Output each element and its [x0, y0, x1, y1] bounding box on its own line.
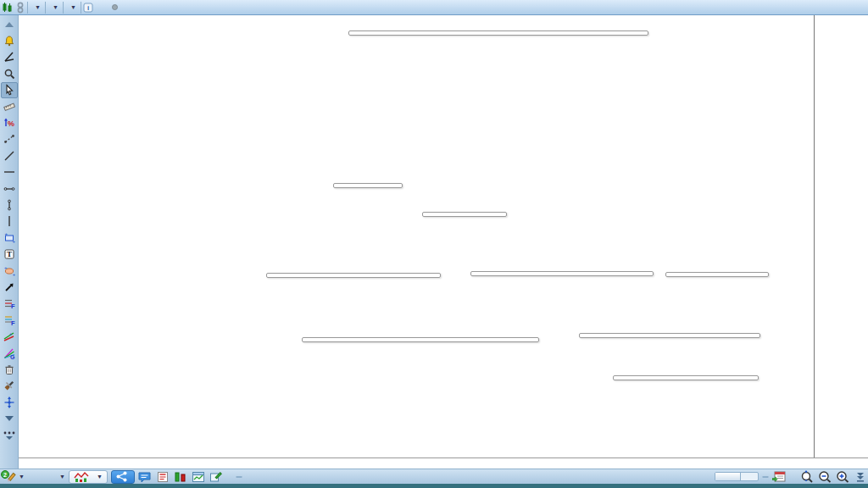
chevron-down-icon[interactable]: ▼: [19, 474, 25, 480]
share-button[interactable]: [111, 470, 135, 484]
momento-note[interactable]: [302, 337, 539, 342]
svg-text:+: +: [12, 239, 15, 244]
market-status-icon: [112, 4, 118, 10]
scroll-right-button[interactable]: [762, 476, 769, 478]
rectangle-tool-icon[interactable]: ++: [1, 230, 18, 246]
zona-onda3-note[interactable]: [470, 271, 654, 276]
onda1-note[interactable]: [333, 183, 403, 188]
price-chart-canvas[interactable]: [19, 15, 814, 458]
svg-text:F: F: [10, 302, 14, 309]
timeframe-selector[interactable]: ▼: [46, 1, 63, 14]
info-icon[interactable]: i: [81, 1, 95, 14]
chevron-down-icon[interactable]: ▼: [59, 474, 65, 480]
bottom-toolbar: 2 ▼ ▼ ▼: [0, 469, 868, 484]
zoom-out-icon[interactable]: [817, 470, 832, 484]
svg-text:+: +: [9, 331, 13, 336]
vertical-segment-tool-icon[interactable]: [1, 197, 18, 213]
chat-icon[interactable]: [137, 470, 153, 484]
horizontal-line-tool-icon[interactable]: [1, 164, 18, 180]
chart-title-bar: ▼ ▼ ▼ i: [0, 0, 868, 15]
time-scrollbar[interactable]: [715, 472, 759, 481]
compare-icon[interactable]: [173, 470, 188, 484]
vertical-line-tool-icon[interactable]: [1, 214, 18, 230]
units-selector[interactable]: ▼: [64, 1, 81, 14]
notes-pencil-icon[interactable]: 2: [1, 470, 16, 484]
svg-text:T: T: [6, 251, 11, 259]
svg-text:F: F: [10, 319, 14, 326]
settings-tool-icon[interactable]: [1, 378, 18, 394]
zona-ondaA-note[interactable]: [613, 375, 759, 380]
time-axis[interactable]: [19, 458, 868, 469]
arrow-tool-icon[interactable]: [1, 279, 18, 295]
alert-bell-icon[interactable]: [1, 32, 18, 48]
svg-text:+: +: [12, 272, 14, 277]
price-axis[interactable]: [814, 15, 868, 458]
zoom-tool-icon[interactable]: [1, 65, 18, 81]
percent-change-tool-icon[interactable]: %: [1, 114, 18, 130]
horizontal-segment-tool-icon[interactable]: [1, 180, 18, 197]
angle-tool-icon[interactable]: [1, 49, 18, 65]
trend-line-tool-icon[interactable]: [1, 147, 18, 164]
news-icon[interactable]: [155, 470, 170, 484]
collapse-caret-icon[interactable]: [1, 410, 18, 426]
share-icon: [116, 471, 127, 482]
link-icon[interactable]: [14, 1, 27, 14]
primer-objetivo-note[interactable]: [665, 272, 769, 277]
zoom-in-icon[interactable]: [835, 470, 850, 484]
trading-platform-window: ▼ ▼ ▼ i % ++ T ++: [0, 0, 868, 488]
chevron-down-icon: ▼: [53, 4, 58, 10]
onda5-note[interactable]: [422, 212, 507, 217]
svg-text:G: G: [10, 353, 15, 359]
detalle-note[interactable]: [266, 273, 441, 278]
fan-tool-icon[interactable]: G: [1, 345, 18, 361]
zoom-window-icon[interactable]: [799, 470, 815, 484]
window-bottom-edge: [0, 484, 868, 488]
ellipse-tool-icon[interactable]: ++: [1, 263, 18, 279]
scrollbar-thumb[interactable]: [715, 473, 741, 480]
chart-window-icon[interactable]: [191, 470, 206, 484]
scroll-down-icon[interactable]: [853, 470, 868, 484]
zona-onda33-note[interactable]: [579, 333, 760, 338]
svg-text:+: +: [4, 232, 8, 236]
svg-text:i: i: [87, 4, 89, 12]
chevron-down-icon: ▼: [35, 4, 41, 10]
more-tools-icon[interactable]: [1, 427, 18, 443]
chevron-down-icon: ▼: [97, 474, 103, 480]
date-range-icon[interactable]: [771, 470, 787, 484]
indicators-icon: [74, 471, 89, 483]
ruler-tool-icon[interactable]: [1, 98, 18, 114]
fibonacci-levels-tool-icon[interactable]: F: [1, 312, 18, 328]
strategy-wrench-icon[interactable]: [209, 470, 224, 484]
scroll-left-button[interactable]: [236, 476, 242, 478]
scroll-up-button[interactable]: [1, 16, 18, 32]
svg-text:+: +: [4, 265, 8, 270]
last-price-change: [95, 1, 103, 14]
text-tool-icon[interactable]: T: [1, 246, 18, 262]
candlestick-style-icon[interactable]: [0, 1, 14, 14]
drawing-tools-sidebar: % ++ T ++ F F + G: [0, 15, 19, 469]
multi-trend-tool-icon[interactable]: +: [1, 328, 18, 344]
chevron-down-icon: ▼: [70, 4, 76, 10]
symbol-selector[interactable]: ▼: [28, 1, 45, 14]
fibonacci-retracement-tool-icon[interactable]: F: [1, 296, 18, 312]
cursor-tool-icon[interactable]: [1, 82, 18, 98]
move-tool-icon[interactable]: [1, 394, 18, 410]
delete-tool-icon[interactable]: [1, 361, 18, 377]
segment-dotted-tool-icon[interactable]: [1, 131, 18, 147]
svg-text:2: 2: [3, 472, 7, 478]
indicators-button[interactable]: ▼: [69, 470, 108, 484]
svg-text:%: %: [7, 119, 14, 128]
main-analysis-note[interactable]: [348, 30, 648, 36]
